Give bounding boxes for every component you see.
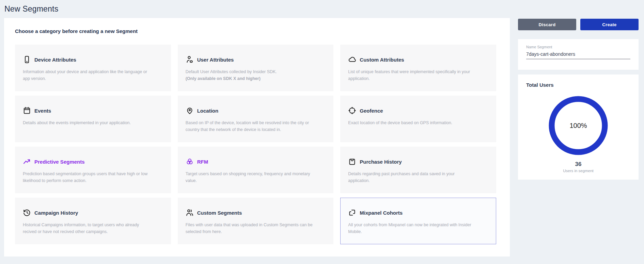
card-head: Geofence <box>348 106 475 115</box>
card-head: RFM <box>186 157 313 166</box>
card-title: User Attributes <box>197 57 234 63</box>
smartphone-icon <box>23 55 31 64</box>
category-card-purchase-history[interactable]: Purchase History Details regarding past … <box>340 147 496 193</box>
category-card-rfm[interactable]: RFM Target users based on shopping recen… <box>178 147 334 193</box>
card-description: Information about your device and applic… <box>23 68 150 82</box>
category-card-custom-attributes[interactable]: Custom Attributes List of unique feature… <box>340 45 496 91</box>
users-caption: Users in segment <box>526 169 630 173</box>
card-description: List of unique features that were implem… <box>348 68 475 82</box>
total-users-donut: 100% <box>546 93 611 158</box>
card-head: User Attributes <box>186 55 313 64</box>
card-description: Details regarding past purchases and dat… <box>348 170 475 184</box>
card-head: Campaign History <box>23 208 150 217</box>
name-segment-input[interactable] <box>526 51 630 59</box>
card-head: Events <box>23 106 150 115</box>
action-buttons: Discard Create <box>518 19 639 30</box>
card-description: Target users based on shopping recency, … <box>186 170 313 184</box>
category-card-location[interactable]: Location Based on IP of the device, loca… <box>178 96 334 142</box>
card-title: Location <box>197 108 219 114</box>
segment-sidebar: Discard Create Name Segment Total Users … <box>518 19 639 180</box>
card-head: Device Attributes <box>23 55 150 64</box>
card-title: Campaign History <box>34 210 78 216</box>
category-card-predictive-segments[interactable]: Predictive Segments Prediction based seg… <box>15 147 171 193</box>
card-title: Purchase History <box>360 159 402 165</box>
card-description: Based on IP of the device, location will… <box>186 119 313 133</box>
category-cards-grid: Device Attributes Information about your… <box>15 45 496 244</box>
calendar-icon <box>23 106 31 115</box>
trend-up-icon <box>23 158 31 166</box>
card-title: Custom Attributes <box>360 57 404 63</box>
total-users-title: Total Users <box>526 82 630 88</box>
category-card-device-attributes[interactable]: Device Attributes Information about your… <box>15 45 171 91</box>
name-segment-label: Name Segment <box>526 45 630 49</box>
card-title: Predictive Segments <box>34 159 85 165</box>
card-description: Historical Campaigns information, to tar… <box>23 221 150 235</box>
card-description: Details about the events implemented in … <box>23 119 150 126</box>
linked-squares-icon <box>348 209 356 217</box>
card-head: Location <box>186 106 313 115</box>
card-description: Files with user data that was uploaded i… <box>186 221 313 235</box>
create-button[interactable]: Create <box>580 19 639 30</box>
card-title: Mixpanel Cohorts <box>360 210 403 216</box>
category-card-custom-segments[interactable]: Custom Segments Files with user data tha… <box>178 198 334 244</box>
card-head: Custom Attributes <box>348 55 475 64</box>
category-card-campaign-history[interactable]: Campaign History Historical Campaigns in… <box>15 198 171 244</box>
card-title: Device Attributes <box>34 57 76 63</box>
discard-button[interactable]: Discard <box>518 19 576 30</box>
card-description: Default User Attributes collected by Ins… <box>186 68 313 75</box>
card-description: Exact location of the device based on GP… <box>348 119 475 126</box>
total-users-card: Total Users 100% 36 Users in segment <box>518 75 639 180</box>
shopping-bag-icon <box>348 158 356 166</box>
category-card-mixpanel-cohorts[interactable]: Mixpanel Cohorts All your cohorts from M… <box>340 198 496 244</box>
category-card-geofence[interactable]: Geofence Exact location of the device ba… <box>340 96 496 142</box>
card-title: Custom Segments <box>197 210 242 216</box>
card-head: Purchase History <box>348 157 475 166</box>
history-clock-icon <box>23 209 31 217</box>
card-description: Prediction based segmentation groups use… <box>23 170 150 184</box>
card-description-note: (Only available on SDK X and higher) <box>186 75 313 82</box>
cloud-icon <box>348 55 356 64</box>
map-pin-icon <box>186 106 194 115</box>
page-title: New Segments <box>4 4 58 14</box>
card-head: Mixpanel Cohorts <box>348 208 475 217</box>
category-panel: Choose a category before creating a new … <box>4 18 510 257</box>
category-card-user-attributes[interactable]: User Attributes Default User Attributes … <box>178 45 334 91</box>
card-title: Geofence <box>360 108 383 114</box>
crosshair-icon <box>348 106 356 115</box>
card-title: Events <box>34 108 51 114</box>
users-icon <box>186 209 194 217</box>
card-title: RFM <box>197 159 208 165</box>
card-description: All your cohorts from Mixpanel can now b… <box>348 221 475 235</box>
card-head: Custom Segments <box>186 208 313 217</box>
venn-icon <box>186 158 194 166</box>
user-icon <box>186 55 194 64</box>
category-card-events[interactable]: Events Details about the events implemen… <box>15 96 171 142</box>
panel-subtitle: Choose a category before creating a new … <box>15 28 138 34</box>
card-head: Predictive Segments <box>23 157 150 166</box>
users-count: 36 <box>526 161 630 168</box>
name-segment-card: Name Segment <box>518 39 639 70</box>
donut-percent-label: 100% <box>546 93 611 158</box>
